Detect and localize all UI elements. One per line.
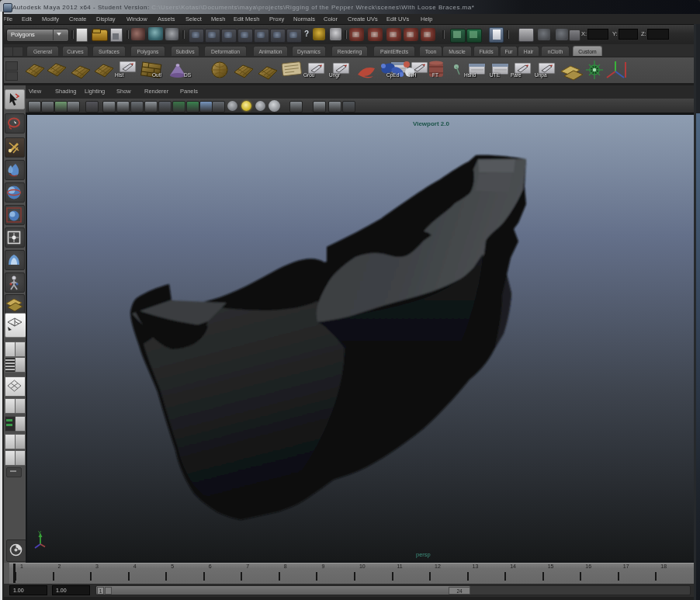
- svg-text:Y: Y: [38, 530, 42, 536]
